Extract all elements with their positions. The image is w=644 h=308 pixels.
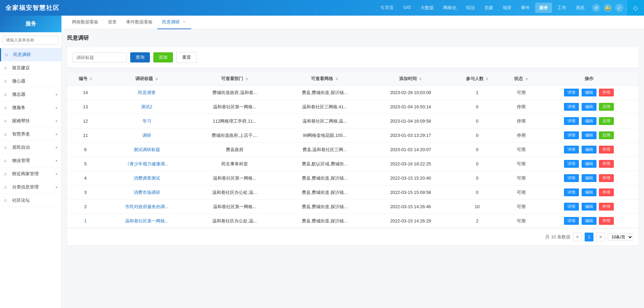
edit-btn-0[interactable]: 编辑	[582, 89, 597, 96]
detail-btn-4[interactable]: 详情	[564, 146, 579, 153]
cell-grid-4: 费县,温和巷社区三网...	[280, 143, 370, 157]
nav-item-event[interactable]: 事件	[517, 3, 534, 13]
edit-btn-1[interactable]: 编辑	[582, 103, 597, 111]
sidebar-item-kunnanf[interactable]: ⌂ 困难帮扶 ▾	[0, 114, 61, 128]
query-button[interactable]: 查询	[130, 52, 150, 62]
detail-btn-5[interactable]: 详情	[564, 160, 579, 168]
edit-btn-9[interactable]: 编辑	[582, 217, 597, 225]
sort-id[interactable]: ⇅	[90, 77, 92, 81]
cell-id-9: 1	[67, 214, 104, 228]
toggle-btn-4[interactable]: 停用	[599, 146, 614, 153]
cell-title-8[interactable]: 市民对政府服务的调...	[104, 200, 190, 214]
edit-btn-2[interactable]: 编辑	[582, 117, 597, 125]
prev-page-btn[interactable]: <	[573, 233, 582, 241]
detail-btn-6[interactable]: 详情	[564, 174, 579, 182]
cell-title-2[interactable]: 学习	[104, 114, 190, 128]
tab-patrol[interactable]: 巡查	[103, 16, 121, 29]
tab-close-minyidianji[interactable]: ×	[182, 20, 187, 24]
toggle-btn-7[interactable]: 停用	[599, 188, 614, 196]
toggle-btn-0[interactable]: 停用	[599, 89, 614, 96]
sort-participants[interactable]: ⇅	[486, 77, 488, 81]
add-button[interactable]: 添加	[153, 52, 173, 62]
sidebar-item-minyidianji[interactable]: ⌂ 民意调研	[0, 48, 61, 61]
nav-item-gis[interactable]: GIS	[399, 3, 415, 13]
cell-title-4[interactable]: 测试调研标题	[104, 143, 190, 157]
sort-status[interactable]: ⇅	[525, 77, 528, 81]
nav-item-system[interactable]: 系统	[572, 3, 589, 13]
cell-status-1: 停用	[503, 100, 540, 114]
detail-btn-9[interactable]: 详情	[564, 217, 579, 225]
sidebar-item-weifuwu[interactable]: ⌂ 微服务 ▾	[0, 101, 61, 114]
tab-event-dashboard[interactable]: 事件数据看板	[121, 16, 157, 29]
sidebar-item-fujinsjgl[interactable]: ⌂ 附近商家管理 ▾	[0, 167, 61, 181]
nav-item-yuguan[interactable]: 域管	[499, 3, 515, 13]
cell-actions-8: 详情 编辑 停用	[540, 200, 639, 214]
detail-btn-0[interactable]: 详情	[564, 89, 579, 96]
cell-title-1[interactable]: 测试2	[104, 100, 190, 114]
toggle-btn-6[interactable]: 停用	[599, 174, 614, 182]
toggle-btn-5[interactable]: 停用	[599, 160, 614, 168]
tab-grid-dashboard[interactable]: 网格数据看板	[67, 16, 103, 29]
sort-dept[interactable]: ⇅	[246, 77, 248, 81]
edit-btn-4[interactable]: 编辑	[582, 146, 597, 153]
detail-btn-2[interactable]: 详情	[564, 117, 579, 125]
detail-btn-7[interactable]: 详情	[564, 188, 579, 196]
cell-title-6[interactable]: 消费调查测试	[104, 171, 190, 185]
cell-grid-1: 温和巷社区三网格,41...	[280, 100, 370, 114]
edit-btn-6[interactable]: 编辑	[582, 174, 597, 182]
next-page-btn[interactable]: >	[596, 233, 605, 241]
nav-item-grid[interactable]: 网格化	[439, 3, 461, 13]
reset-button[interactable]: 重置	[176, 52, 197, 63]
cell-title-5[interactable]: 《青少年视力健康调...	[104, 157, 190, 171]
sidebar-item-liuyan[interactable]: ⌂ 留言建议	[0, 61, 61, 75]
sidebar-item-fenleixxgl[interactable]: ⌂ 分类信息管理 ▾	[0, 181, 61, 194]
detail-btn-8[interactable]: 详情	[564, 203, 579, 211]
nav-item-service[interactable]: 服务	[535, 3, 552, 13]
nav-item-bigdata[interactable]: 大数据	[416, 3, 438, 13]
nav-item-dangji[interactable]: 党建	[480, 3, 497, 13]
cell-dept-7: 温和巷社区办公处,温...	[190, 185, 279, 200]
cell-title-9[interactable]: 温和巷社区第一网格...	[104, 214, 190, 228]
sidebar-item-zhihuiyl[interactable]: ⌂ 智慧养老 ▾	[0, 128, 61, 141]
search-input[interactable]	[73, 53, 127, 62]
tab-minyidianji[interactable]: 民意调研 ×	[157, 16, 191, 29]
toggle-btn-1[interactable]: 启用	[599, 103, 614, 111]
page-content: 民意调研 查询 添加 重置 编号 ⇅	[62, 29, 644, 308]
cell-actions-2: 详情 编辑 启用	[540, 114, 639, 128]
top-corner-button[interactable]: ◇	[627, 0, 644, 16]
cell-title-3[interactable]: 调研	[104, 128, 190, 143]
detail-btn-1[interactable]: 详情	[564, 103, 579, 111]
cell-time-8: 2022-03-15 14:26:46	[370, 200, 451, 214]
sidebar-search-input[interactable]	[3, 36, 59, 44]
bell-icon[interactable]: 🔔	[604, 4, 612, 12]
table-row: 14 民意调查 费城街道政府,温和巷... 费县,费城街道,探沂镇... 202…	[67, 86, 639, 100]
sort-title[interactable]: ⇅	[155, 77, 158, 81]
refresh-icon[interactable]: ↺	[592, 4, 600, 12]
sort-time[interactable]: ⇅	[419, 77, 422, 81]
toggle-btn-9[interactable]: 停用	[599, 217, 614, 225]
edit-btn-5[interactable]: 编辑	[582, 160, 597, 168]
toggle-btn-3[interactable]: 启用	[599, 131, 614, 139]
edit-btn-8[interactable]: 编辑	[582, 203, 597, 211]
cell-title-7[interactable]: 消费市场调研	[104, 185, 190, 200]
page-1-btn[interactable]: 1	[585, 233, 593, 241]
toggle-btn-2[interactable]: 启用	[599, 117, 614, 125]
toggle-btn-8[interactable]: 停用	[599, 203, 614, 211]
nav-item-work[interactable]: 工作	[553, 3, 570, 13]
expand-icon[interactable]: ⤢	[615, 4, 623, 12]
sidebar-item-juminzt[interactable]: ⌂ 居民自治 ▾	[0, 141, 61, 154]
edit-btn-7[interactable]: 编辑	[582, 188, 597, 196]
sidebar-item-weixinyuan[interactable]: ⌂ 微心愿	[0, 75, 61, 88]
sidebar-item-sheqlt[interactable]: ⌂ 社区论坛	[0, 194, 61, 207]
main-layout: 服务 ⌂ 民意调研 ⌂ 留言建议 ⌂ 微心愿 ⌂ 微志愿 ▾ ⌂	[0, 16, 644, 308]
nav-item-zongzhi[interactable]: 综治	[462, 3, 479, 13]
cell-title-0[interactable]: 民意调查	[104, 86, 190, 100]
edit-btn-3[interactable]: 编辑	[582, 131, 597, 139]
sort-grid[interactable]: ⇅	[335, 77, 338, 81]
sidebar-item-weizhiyuan[interactable]: ⌂ 微志愿 ▾	[0, 88, 61, 101]
page-size-select[interactable]: 10条/页 20条/页 50条/页	[608, 233, 633, 241]
nav-item-guide[interactable]: 引导页	[376, 3, 398, 13]
cell-dept-9: 温和巷社区办公处,温...	[190, 214, 279, 228]
sidebar-item-wuyegl[interactable]: ⌂ 物业管理 ▾	[0, 154, 61, 167]
detail-btn-3[interactable]: 详情	[564, 131, 579, 139]
